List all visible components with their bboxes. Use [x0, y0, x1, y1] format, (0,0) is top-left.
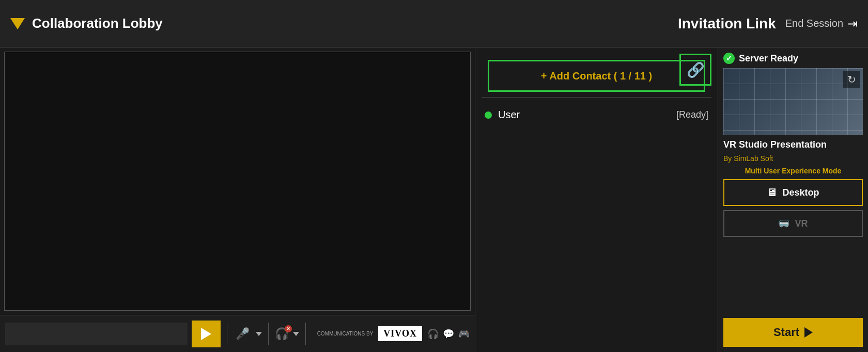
- desktop-mode-button[interactable]: 🖥 Desktop: [723, 179, 863, 206]
- experience-mode-label: Multi User Experience Mode: [723, 167, 863, 175]
- header: Collaboration Lobby Invitation Link End …: [0, 0, 868, 47]
- server-status: ✓ Server Ready: [723, 53, 863, 64]
- headset-button[interactable]: 🎧 ✕: [275, 327, 289, 341]
- mic-dropdown-icon[interactable]: [256, 332, 262, 336]
- contacts-header: + Add Contact ( 1 / 11 ) 🔗: [475, 47, 718, 92]
- send-button[interactable]: [192, 321, 221, 347]
- vr-label: VR: [795, 218, 808, 229]
- headset-muted-icon: 🎧 ✕: [275, 327, 289, 341]
- gamepad-icon[interactable]: 🎮: [458, 328, 470, 340]
- end-session-label: End Session: [785, 18, 843, 29]
- user-status-badge: [Ready]: [676, 109, 708, 120]
- invitation-link-label: Invitation Link: [678, 15, 776, 32]
- input-bar: 🎤 🎧 ✕ COMMUNICATIONS BY VIVOX 🎧 💬 🎮: [0, 315, 475, 352]
- vivox-icons: 🎧 💬 🎮: [427, 328, 470, 340]
- app-title: Collaboration Lobby: [32, 15, 163, 31]
- vivox-logo: VIVOX: [378, 326, 422, 341]
- headphones-icon[interactable]: 🎧: [427, 328, 439, 340]
- main-layout: 🎤 🎧 ✕ COMMUNICATIONS BY VIVOX 🎧 💬 🎮: [0, 47, 868, 352]
- add-contact-label: + Add Contact ( 1 / 11 ): [541, 70, 652, 82]
- online-status-indicator: [485, 111, 492, 119]
- desktop-label: Desktop: [782, 187, 819, 198]
- left-panel: 🎤 🎧 ✕ COMMUNICATIONS BY VIVOX 🎧 💬 🎮: [0, 47, 475, 352]
- divider: [227, 323, 227, 345]
- exit-icon: ⇥: [847, 17, 858, 31]
- separator: [482, 97, 711, 98]
- divider3: [305, 323, 306, 345]
- headset-dropdown-icon[interactable]: [293, 332, 299, 336]
- refresh-button[interactable]: ↻: [843, 71, 860, 88]
- vr-headset-icon: 🥽: [778, 218, 789, 229]
- header-right: Invitation Link End Session ⇥: [678, 15, 858, 32]
- invitation-link-button[interactable]: 🔗: [679, 54, 711, 86]
- start-button[interactable]: Start: [723, 318, 863, 347]
- link-icon: 🔗: [687, 61, 705, 78]
- header-left: Collaboration Lobby: [10, 15, 163, 31]
- mic-button[interactable]: 🎤: [234, 325, 252, 343]
- monitor-icon: 🖥: [767, 187, 777, 199]
- send-arrow-icon: [201, 328, 211, 340]
- mic-icon: 🎤: [236, 327, 250, 340]
- vivox-area: COMMUNICATIONS BY VIVOX 🎧 💬 🎮: [317, 326, 470, 341]
- user-name: User: [498, 109, 520, 121]
- start-arrow-icon: [804, 327, 813, 338]
- scene-title: VR Studio Presentation: [723, 139, 863, 150]
- collapse-icon[interactable]: [10, 18, 25, 29]
- divider2: [268, 323, 269, 345]
- contacts-panel: + Add Contact ( 1 / 11 ) 🔗 User [Ready]: [475, 47, 718, 352]
- start-label: Start: [773, 326, 799, 339]
- server-ready-icon: ✓: [723, 53, 735, 64]
- scene-preview-inner: [723, 68, 863, 135]
- chat-area: [4, 52, 471, 311]
- scene-author: By SimLab Soft: [723, 154, 863, 163]
- scene-preview: ↻: [723, 68, 863, 135]
- add-contact-button[interactable]: + Add Contact ( 1 / 11 ): [488, 60, 705, 92]
- communications-label: COMMUNICATIONS BY: [317, 330, 374, 337]
- vr-mode-button[interactable]: 🥽 VR: [723, 210, 863, 237]
- server-status-label: Server Ready: [739, 53, 798, 64]
- chat-icon[interactable]: 💬: [443, 328, 454, 340]
- user-info: User: [485, 109, 520, 121]
- end-session-button[interactable]: End Session ⇥: [785, 17, 858, 31]
- right-panel: ✓ Server Ready ↻ VR Studio Presentation …: [718, 47, 868, 352]
- chat-input[interactable]: [5, 323, 188, 345]
- table-row: User [Ready]: [475, 103, 718, 127]
